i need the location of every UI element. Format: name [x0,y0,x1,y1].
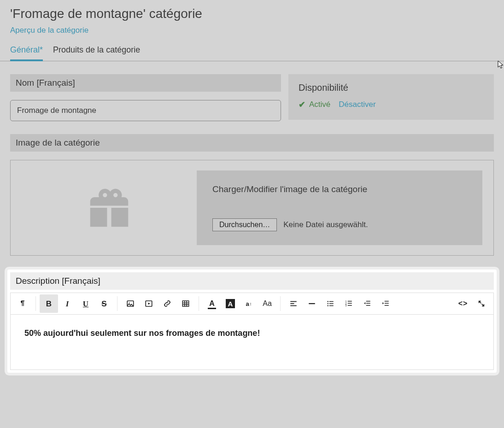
svg-rect-19 [329,305,334,306]
svg-point-15 [328,303,328,304]
horizontal-rule-icon [308,299,316,308]
category-name-input[interactable] [10,100,281,121]
strikethrough-icon: S [101,300,106,308]
svg-rect-5 [182,301,189,306]
ordered-list-icon: 123 [345,299,353,308]
svg-rect-27 [366,303,370,304]
upload-title: Charger/Modifier l'image de la catégorie [212,184,467,194]
tab-category-products[interactable]: Produits de la catégorie [53,45,140,61]
insert-link-button[interactable] [158,294,176,313]
check-icon: ✔ [299,100,305,110]
unordered-list-icon [326,299,334,308]
availability-deactivate-link[interactable]: Désactiver [339,100,375,109]
font-color-button[interactable]: A [203,294,221,313]
svg-rect-31 [385,305,389,306]
image-icon [126,299,135,308]
svg-text:3: 3 [346,304,347,307]
fullscreen-button[interactable] [472,294,491,313]
svg-rect-23 [348,301,352,302]
font-family-icon: Aa [263,299,272,308]
svg-rect-18 [329,303,334,304]
insert-video-button[interactable] [140,294,158,313]
availability-title: Disponibilité [299,82,484,93]
description-text: 50% aujourd'hui seulement sur nos fromag… [24,328,480,338]
name-section-header: Nom [Français] [10,74,281,92]
description-editor[interactable]: 50% aujourd'hui seulement sur nos fromag… [10,315,494,370]
svg-rect-29 [385,301,389,302]
horizontal-rule-button[interactable] [303,294,321,313]
svg-rect-0 [90,208,107,227]
dirty-marker: * [40,45,43,54]
pilcrow-icon [19,300,26,307]
availability-panel: Disponibilité ✔ Activé Désactiver [288,74,494,120]
indent-button[interactable] [376,294,395,313]
background-color-icon: A [226,299,235,308]
table-icon [182,299,190,308]
code-icon: <> [458,299,468,308]
description-section-header: Description [Français] [10,272,494,290]
font-family-button[interactable]: Aa [258,294,276,313]
ordered-list-button[interactable]: 123 [340,294,358,313]
page-title: 'Fromage de montagne' catégorie [10,6,494,21]
video-icon [145,299,153,308]
outdent-icon [363,299,371,308]
svg-rect-17 [329,301,334,302]
svg-rect-28 [366,305,370,306]
svg-rect-26 [366,301,370,302]
editor-toolbar: B I U S [10,293,494,315]
browse-button[interactable]: Durchsuchen… [212,218,277,231]
unordered-list-button[interactable] [321,294,340,313]
no-file-selected-label: Keine Datei ausgewählt. [283,220,368,229]
gift-icon [84,182,135,233]
tab-general[interactable]: Général* [10,45,43,61]
svg-rect-25 [348,305,352,306]
image-placeholder [22,170,197,245]
tab-general-label: Général [10,45,40,54]
font-size-button[interactable]: a↕ [240,294,258,313]
link-icon [163,299,171,308]
svg-point-14 [328,301,328,302]
code-view-button[interactable]: <> [454,294,472,313]
strikethrough-button[interactable]: S [95,294,113,313]
insert-image-button[interactable] [121,294,140,313]
indent-icon [381,299,390,308]
outdent-button[interactable] [358,294,376,313]
fullscreen-icon [478,300,485,307]
insert-table-button[interactable] [176,294,195,313]
bold-button[interactable]: B [40,294,58,313]
align-button[interactable] [284,294,303,313]
bold-icon: B [46,300,52,308]
font-size-icon: a↕ [246,300,252,307]
underline-button[interactable]: U [76,294,95,313]
tabs: Général* Produits de la catégorie [0,45,504,61]
align-left-icon [289,299,298,308]
background-color-button[interactable]: A [221,294,240,313]
svg-point-3 [129,303,130,304]
italic-button[interactable]: I [58,294,76,313]
italic-icon: I [66,300,69,308]
font-color-icon: A [208,299,216,308]
category-preview-link[interactable]: Aperçu de la catégorie [10,26,88,35]
svg-point-16 [328,305,328,306]
svg-rect-30 [385,303,389,304]
svg-rect-1 [111,208,129,227]
availability-active-label: Activé [309,100,330,109]
underline-icon: U [83,300,88,308]
svg-rect-24 [348,303,352,304]
image-box: Charger/Modifier l'image de la catégorie… [10,160,494,256]
image-section-header: Image de la catégorie [10,134,494,152]
paragraph-format-button[interactable] [13,294,32,313]
